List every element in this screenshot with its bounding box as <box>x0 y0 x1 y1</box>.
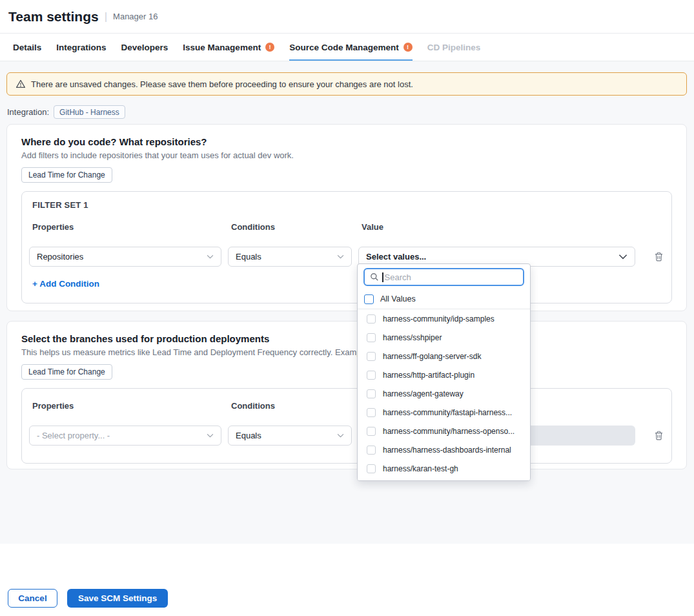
integration-chip[interactable]: GitHub - Harness <box>54 105 125 119</box>
repo-option[interactable]: harness-community/idp-samples <box>358 309 530 328</box>
page-title: Team settings <box>8 9 99 25</box>
warning-triangle-icon <box>15 79 26 89</box>
checkbox-all-values[interactable] <box>364 294 374 304</box>
repo-option[interactable]: harness/ff-golang-server-sdk <box>358 347 530 365</box>
delete-filter-button[interactable] <box>653 430 664 441</box>
search-input[interactable]: Search <box>363 268 524 286</box>
filter-column-headers: Properties Conditions Value <box>29 222 664 232</box>
value-column-label: Value <box>358 222 635 232</box>
tab-issue-management[interactable]: Issue Management ! <box>183 34 274 61</box>
repo-option-label: harness/harness-dashboards-internal <box>383 446 511 455</box>
chevron-down-icon <box>207 433 214 438</box>
repo-option[interactable]: harness/http-artifact-plugin <box>358 365 530 384</box>
property-select[interactable]: Repositories <box>29 247 221 267</box>
checkbox[interactable] <box>367 464 376 473</box>
repositories-card: Where do you code? What repositories? Ad… <box>6 124 687 311</box>
repo-option-label: harness/ff-golang-server-sdk <box>383 352 482 361</box>
trash-icon <box>653 251 664 262</box>
repo-option-clipped[interactable]: harness/… <box>358 478 530 481</box>
repo-option[interactable]: harness/karan-test-gh <box>358 459 530 478</box>
checkbox[interactable] <box>367 333 376 342</box>
tab-scm-label: Source Code Management <box>289 43 399 52</box>
branches-subtitle: This helps us measure metrics like Lead … <box>21 347 672 357</box>
checkbox[interactable] <box>367 408 376 417</box>
repo-option-label: harness-community/idp-samples <box>383 314 495 323</box>
team-name: Manager 16 <box>113 12 158 21</box>
repo-option[interactable]: harness/agent-gateway <box>358 384 530 403</box>
text-cursor <box>382 272 383 282</box>
repo-option[interactable]: harness/sshpiper <box>358 328 530 347</box>
repositories-subtitle: Add filters to include repositories that… <box>21 150 672 160</box>
lead-time-chip: Lead Time for Change <box>21 167 112 183</box>
add-condition-button[interactable]: + Add Condition <box>32 279 99 289</box>
repo-option[interactable]: harness-community/harness-openso... <box>358 422 530 440</box>
tab-developers-label: Developers <box>121 43 168 52</box>
chevron-down-icon <box>337 254 344 259</box>
filter-column-headers: Properties Conditions <box>29 401 664 411</box>
tab-source-code-management[interactable]: Source Code Management ! <box>289 34 413 61</box>
page-header: Team settings | Manager 16 <box>0 0 694 34</box>
title-separator: | <box>105 10 107 23</box>
save-scm-settings-button[interactable]: Save SCM Settings <box>67 589 168 608</box>
condition-select-value: Equals <box>236 252 261 262</box>
checkbox[interactable] <box>367 446 376 455</box>
alert-badge-icon: ! <box>403 43 413 52</box>
condition-select[interactable]: Equals <box>228 247 352 267</box>
value-multiselect-placeholder: Select values... <box>366 252 426 262</box>
branch-property-placeholder: - Select property... - <box>37 431 110 440</box>
trash-icon <box>653 430 664 441</box>
conditions-column-label: Conditions <box>228 222 352 232</box>
repo-option[interactable]: harness/harness-dashboards-internal <box>358 440 530 459</box>
repo-option-label: harness/agent-gateway <box>383 389 464 398</box>
integration-label: Integration: <box>7 107 49 117</box>
filter-row: - Select property... - Equals <box>29 426 664 446</box>
conditions-column-label: Conditions <box>228 401 352 411</box>
branch-condition-select[interactable]: Equals <box>228 426 352 446</box>
checkbox[interactable] <box>367 427 376 436</box>
delete-filter-button[interactable] <box>653 251 664 262</box>
select-all-option[interactable]: All Values <box>358 289 530 309</box>
search-placeholder: Search <box>385 272 411 282</box>
chevron-down-icon <box>207 254 214 259</box>
alert-badge-icon: ! <box>265 43 274 52</box>
value-dropdown-panel: Search All Values harness-community/idp-… <box>357 263 531 481</box>
property-select-value: Repositories <box>37 252 83 262</box>
repo-option-label: harness-community/harness-openso... <box>383 427 515 436</box>
tab-details[interactable]: Details <box>13 34 41 61</box>
lead-time-chip: Lead Time for Change <box>21 364 112 380</box>
tab-integrations[interactable]: Integrations <box>56 34 106 61</box>
branches-title: Select the branches used for production … <box>21 333 672 344</box>
repo-option-label: harness-community/fastapi-harness... <box>383 408 512 417</box>
select-all-label: All Values <box>380 294 416 303</box>
checkbox[interactable] <box>367 389 376 398</box>
tab-issue-management-label: Issue Management <box>183 43 261 52</box>
repositories-title: Where do you code? What repositories? <box>21 136 672 147</box>
properties-column-label: Properties <box>29 222 221 232</box>
repo-option-label: harness/sshpiper <box>383 333 442 342</box>
dropdown-search-wrap: Search <box>358 264 530 289</box>
chevron-down-icon <box>618 254 628 260</box>
branches-filter-set: Properties Conditions - Select property.… <box>21 388 672 464</box>
tab-developers[interactable]: Developers <box>121 34 168 61</box>
branch-condition-value: Equals <box>236 431 261 440</box>
checkbox[interactable] <box>367 352 376 361</box>
integration-row: Integration: GitHub - Harness <box>7 105 125 119</box>
repo-option[interactable]: harness-community/fastapi-harness... <box>358 403 530 422</box>
tab-integrations-label: Integrations <box>56 43 106 52</box>
unsaved-changes-banner: There are unsaved changes. Please save t… <box>6 72 687 96</box>
repo-option-label: harness/http-artifact-plugin <box>383 371 475 380</box>
branches-card: Select the branches used for production … <box>6 321 687 469</box>
checkbox[interactable] <box>367 371 376 380</box>
filter-row: Repositories Equals Select values... <box>29 247 664 267</box>
cancel-button[interactable]: Cancel <box>8 589 57 608</box>
tab-cd-pipelines: CD Pipelines <box>427 34 481 61</box>
properties-column-label: Properties <box>29 401 221 411</box>
filter-set-1-title: FILTER SET 1 <box>29 200 664 210</box>
search-icon <box>370 272 379 282</box>
checkbox[interactable] <box>367 314 376 323</box>
repo-option-label: harness/karan-test-gh <box>383 464 458 473</box>
footer-bar: Cancel Save SCM Settings <box>0 544 694 616</box>
filter-set-1: FILTER SET 1 Properties Conditions Value… <box>21 191 672 303</box>
branch-property-select[interactable]: - Select property... - <box>29 426 221 446</box>
settings-tabbar: Details Integrations Developers Issue Ma… <box>0 34 694 61</box>
